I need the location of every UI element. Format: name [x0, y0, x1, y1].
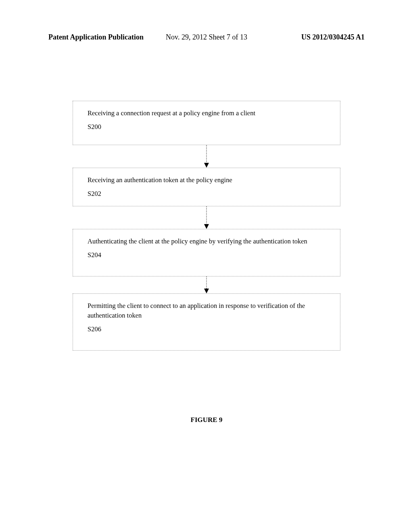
- flow-step-box: Permitting the client to connect to an a…: [73, 293, 340, 351]
- flow-step-text: Authenticating the client at the policy …: [88, 237, 325, 246]
- flow-step-label: S206: [88, 325, 325, 333]
- flow-step-text: Receiving an authentication token at the…: [88, 175, 325, 185]
- flow-step-box: Authenticating the client at the policy …: [73, 229, 340, 276]
- svg-marker-1: [204, 163, 209, 168]
- arrow-down-icon: [202, 206, 211, 229]
- header-publication-number: US 2012/0304245 A1: [301, 33, 365, 42]
- header-date-sheet: Nov. 29, 2012 Sheet 7 of 13: [166, 33, 247, 42]
- flow-step-text: Permitting the client to connect to an a…: [88, 301, 325, 320]
- flow-step-label: S200: [88, 123, 325, 131]
- flow-arrow: [73, 276, 340, 293]
- page-header: Patent Application Publication Nov. 29, …: [0, 33, 413, 42]
- arrow-down-icon: [202, 276, 211, 293]
- svg-marker-3: [204, 224, 209, 229]
- flow-step-label: S202: [88, 190, 325, 198]
- header-publication-type: Patent Application Publication: [48, 33, 144, 42]
- flow-step-text: Receiving a connection request at a poli…: [88, 108, 325, 118]
- flow-arrow: [73, 206, 340, 229]
- arrow-down-icon: [202, 145, 211, 168]
- svg-marker-5: [204, 289, 209, 293]
- figure-caption: FIGURE 9: [0, 416, 413, 424]
- flowchart-diagram: Receiving a connection request at a poli…: [73, 101, 340, 351]
- flow-arrow: [73, 145, 340, 168]
- flow-step-label: S204: [88, 251, 325, 259]
- flow-step-box: Receiving a connection request at a poli…: [73, 101, 340, 145]
- flow-step-box: Receiving an authentication token at the…: [73, 168, 340, 206]
